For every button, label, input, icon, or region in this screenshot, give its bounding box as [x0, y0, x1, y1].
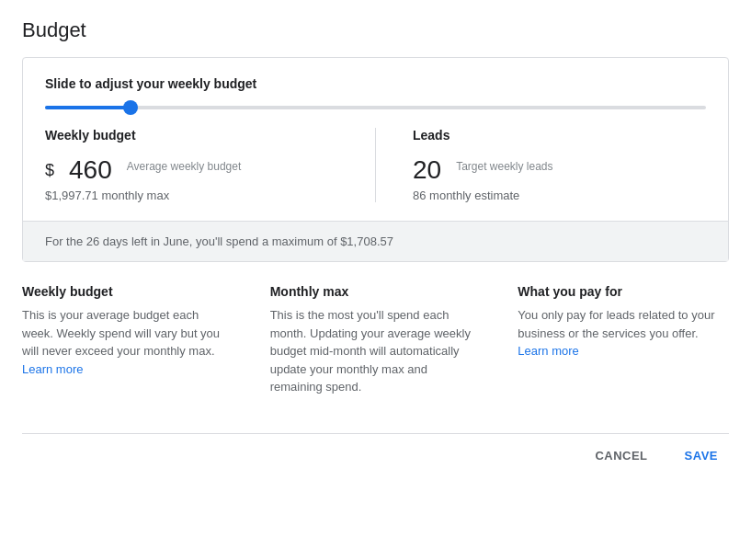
leads-monthly-estimate: 86 monthly estimate	[413, 189, 706, 202]
info-weekly-budget-title: Weekly budget	[22, 284, 233, 299]
info-monthly-max-title: Monthly max	[270, 284, 482, 299]
budget-slider[interactable]	[45, 106, 706, 109]
footer-buttons: CANCEL SAVE	[22, 433, 729, 470]
weekly-budget-amount: 460	[69, 157, 112, 183]
notice-bar: For the 26 days left in June, you'll spe…	[23, 221, 728, 261]
weekly-budget-section: Weekly budget $ 460 Average weekly budge…	[45, 128, 338, 202]
info-weekly-budget-text-part1: This is your average budget each week. W…	[22, 308, 220, 358]
leads-heading: Leads	[413, 128, 706, 143]
cancel-button[interactable]: CANCEL	[584, 441, 658, 470]
weekly-budget-learn-more-link[interactable]: Learn more	[22, 362, 83, 376]
leads-amount: 20	[413, 157, 441, 183]
monthly-max: $1,997.71 monthly max	[45, 189, 338, 202]
leads-amount-row: 20 Target weekly leads	[413, 157, 706, 183]
info-what-you-pay: What you pay for You only pay for leads …	[518, 284, 729, 396]
slider-track	[45, 106, 706, 109]
slider-fill	[45, 106, 131, 109]
currency-symbol: $	[45, 161, 54, 180]
info-section: Weekly budget This is your average budge…	[22, 284, 729, 396]
weekly-budget-amount-row: $ 460 Average weekly budget	[45, 157, 338, 183]
budget-leads-row: Weekly budget $ 460 Average weekly budge…	[45, 128, 706, 221]
what-you-pay-learn-more-link[interactable]: Learn more	[518, 344, 578, 358]
info-weekly-budget: Weekly budget This is your average budge…	[22, 284, 233, 396]
info-what-you-pay-title: What you pay for	[518, 284, 729, 299]
info-weekly-budget-text: This is your average budget each week. W…	[22, 306, 233, 378]
weekly-budget-label: Average weekly budget	[127, 159, 242, 175]
info-what-you-pay-text: You only pay for leads related to your b…	[518, 306, 729, 360]
leads-section: Leads 20 Target weekly leads 86 monthly …	[375, 128, 706, 202]
page-title: Budget	[22, 18, 729, 42]
leads-label: Target weekly leads	[456, 159, 552, 175]
weekly-budget-heading: Weekly budget	[45, 128, 338, 143]
save-button[interactable]: SAVE	[674, 441, 729, 470]
info-what-you-pay-text-part1: You only pay for leads related to your b…	[518, 308, 714, 340]
slider-thumb	[123, 100, 138, 115]
slider-label: Slide to adjust your weekly budget	[45, 76, 706, 91]
info-monthly-max: Monthly max This is the most you'll spen…	[270, 284, 482, 396]
budget-card: Slide to adjust your weekly budget Weekl…	[22, 57, 729, 262]
info-monthly-max-text: This is the most you'll spend each month…	[270, 306, 482, 396]
